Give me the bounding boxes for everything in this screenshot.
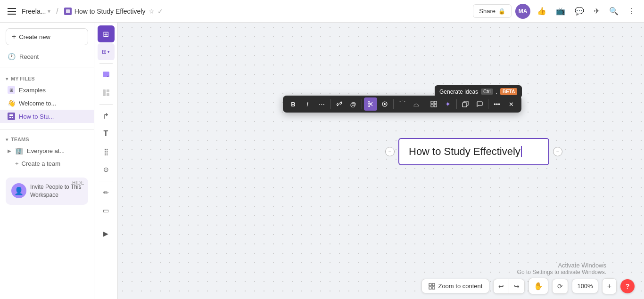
bottom-bar: Zoom to content ↩ ↪ ✋ ⟳ 100% + ? (421, 278, 635, 294)
extra-button[interactable]: ••• (490, 97, 504, 111)
star-icon[interactable]: ☆ (149, 8, 155, 15)
create-new-button[interactable]: + Create new (6, 28, 88, 45)
menu-button[interactable] (6, 6, 18, 16)
breadcrumb-file: How to Study Effectively ☆ ✓ (64, 8, 163, 15)
sidebar-divider (0, 67, 94, 67)
my-files-header[interactable]: ▾ MY FILES (0, 74, 94, 83)
like-button[interactable]: 👍 (534, 4, 549, 18)
team-chevron-icon: ▶ (8, 148, 11, 154)
topbar: Freela... ▾ / How to Study Effectively ☆… (0, 0, 644, 23)
zoom-to-content-button[interactable]: Zoom to content (421, 279, 489, 293)
tool-separator-3 (99, 181, 113, 181)
redo-button[interactable]: ↪ (509, 279, 524, 293)
toolbar-sep-3 (393, 99, 394, 109)
plus-icon: + (12, 32, 16, 41)
zoom-in-button[interactable]: + (602, 278, 617, 294)
teams-chevron-icon: ▾ (6, 137, 8, 142)
workspace-name[interactable]: Freela... ▾ (22, 8, 50, 15)
canvas-toolbar-left: ⊞ ⊞▾ ↱ T ⣿ ⊙ ✏ ▭ ▶ (94, 23, 118, 299)
undo-button[interactable]: ↩ (494, 279, 509, 293)
close-toolbar-button[interactable]: ✕ (504, 97, 518, 111)
copy-button[interactable] (459, 97, 472, 111)
everyone-team-item[interactable]: ▶ 🏢 Everyone at... (0, 144, 94, 157)
text-tool-button[interactable]: T (98, 125, 115, 142)
my-files-section: ▾ MY FILES ⊞ Examples 👋 Welcome to... Ho (0, 70, 94, 127)
svg-rect-21 (432, 283, 435, 286)
pen-tool-button[interactable]: ✏ (98, 184, 115, 201)
bold-button[interactable]: B (287, 97, 300, 111)
breadcrumb-sep: / (56, 7, 58, 16)
text-cursor (521, 146, 522, 157)
svg-rect-19 (462, 103, 467, 107)
clock-icon: 🕐 (8, 53, 16, 60)
template-button[interactable] (98, 84, 115, 101)
curve-button-1[interactable]: ⌒ (396, 97, 409, 111)
create-team-item[interactable]: + Create a team (0, 157, 94, 170)
play-button[interactable]: ▶ (98, 225, 115, 242)
avatar[interactable]: MA (515, 4, 530, 19)
share-button[interactable]: Share 🔒 (473, 4, 512, 18)
generate-ideas-tooltip: Generate ideas Ctrl . BETA (435, 85, 522, 98)
teams-divider (0, 129, 94, 130)
frame-tool-button[interactable]: ⊞ (98, 25, 115, 42)
teams-header[interactable]: ▾ TEAMS (0, 135, 94, 144)
link-button[interactable] (332, 97, 346, 111)
lock-icon: 🔒 (498, 8, 505, 15)
svg-point-13 (384, 103, 386, 105)
italic-button[interactable]: I (301, 97, 314, 111)
activate-windows-overlay: Activate Windows Go to Settings to activ… (517, 262, 606, 275)
sidebar-item-examples[interactable]: ⊞ Examples (0, 83, 94, 97)
toolbar-sep-1 (330, 99, 330, 109)
help-button[interactable]: ? (620, 279, 635, 293)
curve-button-2[interactable]: ⌓ (410, 97, 423, 111)
toolbar-sep-4 (425, 99, 425, 109)
merge-button[interactable] (378, 97, 391, 111)
recent-button[interactable]: 🕐 Recent (0, 49, 94, 64)
board-icon (8, 113, 15, 120)
svg-rect-3 (12, 117, 13, 118)
right-handle[interactable]: − (553, 147, 562, 156)
link-tool-button[interactable]: ⊙ (98, 161, 115, 178)
svg-rect-1 (9, 114, 13, 116)
tool-separator-1 (99, 63, 113, 64)
shape-tool-button[interactable]: ▭ (98, 202, 115, 219)
svg-rect-7 (107, 93, 109, 96)
arrow-tool-button[interactable]: ↱ (98, 107, 115, 124)
text-node[interactable]: How to Study Effectively (398, 138, 549, 165)
svg-rect-0 (66, 9, 70, 13)
check-icon: ✓ (157, 8, 163, 15)
how-to-study-label: How to Stu... (19, 113, 54, 120)
hand-tool-button[interactable]: ✋ (528, 278, 548, 294)
teams-section: ▾ TEAMS ▶ 🏢 Everyone at... + Create a te… (0, 133, 94, 172)
comment-button[interactable]: 💬 (572, 4, 587, 18)
sidebar-item-welcome[interactable]: 👋 Welcome to... (0, 97, 94, 110)
invite-avatar: 👤 (11, 183, 26, 198)
grid-layout-button[interactable] (427, 97, 440, 111)
tool-separator-2 (99, 104, 113, 105)
canvas-area[interactable]: Generate ideas Ctrl . BETA B I ⋯ @ ⌒ ⌓ (118, 23, 644, 299)
svg-rect-16 (431, 105, 433, 107)
left-handle[interactable]: − (385, 147, 395, 156)
svg-rect-17 (434, 105, 437, 107)
file-icon (64, 8, 72, 15)
magic-button[interactable]: ✦ (441, 97, 454, 111)
sticky-note-button[interactable] (98, 66, 115, 83)
send-button[interactable]: ✈ (591, 4, 603, 18)
examples-label: Examples (19, 87, 46, 94)
team-icon: 🏢 (15, 147, 23, 154)
svg-rect-2 (9, 117, 11, 118)
cut-edges-button[interactable] (364, 97, 377, 111)
floating-toolbar: B I ⋯ @ ⌒ ⌓ ✦ (283, 96, 521, 113)
search-button[interactable]: 🔍 (606, 4, 621, 18)
welcome-icon: 👋 (8, 99, 15, 107)
topbar-left: Freela... ▾ / How to Study Effectively ☆… (6, 6, 163, 16)
grid-tool-button[interactable]: ⣿ (98, 143, 115, 160)
sidebar-item-how-to-study[interactable]: How to Stu... (0, 110, 94, 123)
frame-dropdown-button[interactable]: ⊞▾ (98, 43, 115, 60)
more-format-button[interactable]: ⋯ (315, 97, 328, 111)
more-button[interactable]: ⋮ (625, 4, 638, 18)
invite-hide-button[interactable]: HIDE (72, 180, 84, 186)
mention-button[interactable]: @ (347, 97, 360, 111)
history-button[interactable]: ⟳ (552, 279, 568, 294)
present-button[interactable]: 📺 (553, 4, 568, 18)
